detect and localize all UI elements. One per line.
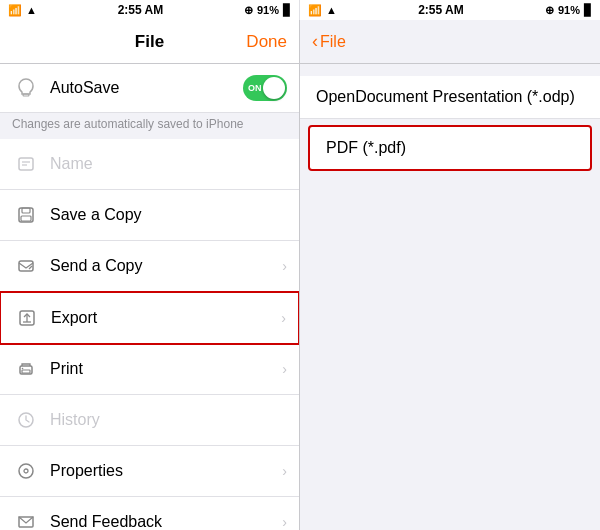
right-wifi-icon: 📶 xyxy=(308,4,322,17)
right-item-pdf[interactable]: PDF (*.pdf) xyxy=(308,125,592,171)
signal-icon: ▲ xyxy=(26,4,37,16)
left-status-right: ⊕ 91% ▊ xyxy=(244,4,291,17)
properties-label: Properties xyxy=(50,462,272,480)
svg-rect-0 xyxy=(23,94,29,96)
right-status-time: 2:55 AM xyxy=(418,3,464,17)
left-content: AutoSave ON Changes are automatically sa… xyxy=(0,64,299,530)
menu-item-export[interactable]: Export › xyxy=(0,291,299,345)
send-copy-chevron: › xyxy=(282,258,287,274)
menu-item-send-copy[interactable]: Send a Copy › xyxy=(0,241,299,292)
left-status-time: 2:55 AM xyxy=(118,3,164,17)
autosave-toggle[interactable]: ON xyxy=(243,75,287,101)
pdf-label: PDF (*.pdf) xyxy=(326,139,406,156)
done-button[interactable]: Done xyxy=(246,32,287,52)
toggle-on-text: ON xyxy=(248,83,262,93)
export-chevron: › xyxy=(281,310,286,326)
name-label: Name xyxy=(50,155,287,173)
properties-icon xyxy=(12,457,40,485)
right-battery: 91% xyxy=(558,4,580,16)
autosave-row: AutoSave ON xyxy=(0,64,299,113)
back-label: File xyxy=(320,33,346,51)
properties-chevron: › xyxy=(282,463,287,479)
left-location-icon: ⊕ xyxy=(244,4,253,17)
right-battery-icon: ▊ xyxy=(584,4,592,17)
history-icon xyxy=(12,406,40,434)
menu-item-properties[interactable]: Properties › xyxy=(0,446,299,497)
save-copy-label: Save a Copy xyxy=(50,206,287,224)
svg-rect-12 xyxy=(22,370,30,373)
right-status-right: ⊕ 91% ▊ xyxy=(545,4,592,17)
left-battery: 91% xyxy=(257,4,279,16)
left-header-title: File xyxy=(135,32,164,52)
right-content: OpenDocument Presentation (*.odp) PDF (*… xyxy=(300,64,600,530)
save-copy-icon xyxy=(12,201,40,229)
menu-item-history[interactable]: History xyxy=(0,395,299,446)
left-header: File Done xyxy=(0,20,299,64)
odp-label: OpenDocument Presentation (*.odp) xyxy=(316,88,575,105)
menu-item-save-copy[interactable]: Save a Copy xyxy=(0,190,299,241)
left-panel: File Done AutoSave ON Changes are auto xyxy=(0,20,300,530)
print-icon xyxy=(12,355,40,383)
svg-rect-1 xyxy=(19,158,33,170)
svg-point-15 xyxy=(19,464,33,478)
name-icon xyxy=(12,150,40,178)
autosave-label: AutoSave xyxy=(50,79,233,97)
right-item-odp[interactable]: OpenDocument Presentation (*.odp) xyxy=(300,76,600,119)
menu-item-send-feedback[interactable]: Send Feedback › xyxy=(0,497,299,530)
history-label: History xyxy=(50,411,287,429)
right-panel: ‹ File OpenDocument Presentation (*.odp)… xyxy=(300,20,600,530)
print-chevron: › xyxy=(282,361,287,377)
menu-item-print[interactable]: Print › xyxy=(0,344,299,395)
svg-point-16 xyxy=(24,469,28,473)
export-icon xyxy=(13,304,41,332)
autosave-subtitle: Changes are automatically saved to iPhon… xyxy=(0,113,299,139)
send-copy-label: Send a Copy xyxy=(50,257,272,275)
right-signal-icon: ▲ xyxy=(326,4,337,16)
right-location-icon: ⊕ xyxy=(545,4,554,17)
right-header: ‹ File xyxy=(300,20,600,64)
send-copy-icon xyxy=(12,252,40,280)
toggle-knob xyxy=(263,77,285,99)
autosave-icon xyxy=(12,74,40,102)
back-chevron-icon: ‹ xyxy=(312,31,318,52)
left-status-left: 📶 ▲ xyxy=(8,4,37,17)
send-feedback-label: Send Feedback xyxy=(50,513,272,530)
svg-point-13 xyxy=(22,368,24,370)
wifi-icon: 📶 xyxy=(8,4,22,17)
menu-item-name[interactable]: Name xyxy=(0,139,299,190)
svg-rect-6 xyxy=(21,216,31,221)
print-label: Print xyxy=(50,360,272,378)
send-feedback-icon xyxy=(12,508,40,530)
left-battery-icon: ▊ xyxy=(283,4,291,17)
back-button[interactable]: ‹ File xyxy=(312,31,346,52)
export-label: Export xyxy=(51,309,271,327)
svg-rect-7 xyxy=(19,261,33,271)
right-status-left: 📶 ▲ xyxy=(308,4,337,17)
send-feedback-chevron: › xyxy=(282,514,287,530)
menu-section: Name Save a Copy Send a Copy › xyxy=(0,139,299,530)
